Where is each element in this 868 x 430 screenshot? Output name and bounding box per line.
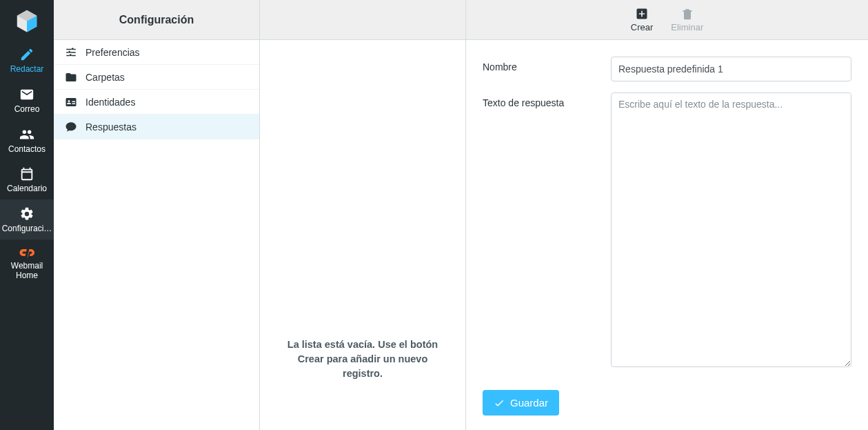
settings-sidebar: Configuración Preferencias Carpetas Iden…	[54, 0, 260, 430]
create-button-label: Crear	[631, 22, 654, 32]
settings-item-label: Preferencias	[85, 47, 140, 58]
empty-list-message: La lista está vacía. Use el botón Crear …	[279, 338, 446, 381]
check-icon	[494, 398, 505, 409]
calendar-icon	[19, 166, 34, 182]
settings-item-label: Identidades	[85, 97, 135, 108]
text-label: Texto de respuesta	[483, 92, 611, 108]
response-textarea[interactable]	[611, 92, 851, 367]
sliders-icon	[65, 46, 77, 59]
delete-button-label: Eliminar	[671, 22, 703, 32]
form-row-text: Texto de respuesta	[483, 92, 851, 369]
cpanel-icon	[19, 246, 35, 259]
settings-item-responses[interactable]: Respuestas	[54, 115, 259, 139]
settings-item-label: Carpetas	[85, 72, 125, 83]
logo	[0, 0, 54, 40]
delete-button: Eliminar	[665, 4, 709, 35]
responses-list-body: La lista está vacía. Use el botón Crear …	[260, 40, 465, 430]
responses-list-header	[260, 0, 465, 40]
settings-item-preferences[interactable]: Preferencias	[54, 40, 259, 65]
nav-compose[interactable]: Redactar	[0, 40, 54, 80]
save-button-label: Guardar	[510, 397, 548, 409]
nav-settings-label: Configuraci…	[2, 224, 52, 234]
settings-header: Configuración	[54, 0, 259, 40]
plus-square-icon	[635, 7, 649, 21]
compose-icon	[19, 47, 34, 62]
folder-icon	[65, 71, 77, 84]
create-button[interactable]: Crear	[625, 4, 659, 35]
content-body: Nombre Texto de respuesta Guardar	[466, 40, 868, 430]
responses-list-column: La lista está vacía. Use el botón Crear …	[260, 0, 466, 430]
save-button[interactable]: Guardar	[483, 390, 559, 416]
main-nav: Redactar Correo Contactos Calendario Con…	[0, 0, 54, 430]
nav-mail-label: Correo	[14, 105, 40, 115]
nav-compose-label: Redactar	[10, 65, 44, 75]
chat-icon	[65, 121, 77, 133]
nav-mail[interactable]: Correo	[0, 80, 54, 120]
nav-webmail-label: Webmail Home	[11, 262, 43, 281]
nav-calendar[interactable]: Calendario	[0, 159, 54, 199]
logo-icon	[14, 7, 40, 33]
settings-title: Configuración	[119, 14, 194, 26]
form-row-name: Nombre	[483, 57, 851, 81]
settings-item-folders[interactable]: Carpetas	[54, 65, 259, 90]
nav-contacts[interactable]: Contactos	[0, 120, 54, 160]
nav-settings[interactable]: Configuraci…	[0, 199, 54, 240]
settings-item-identities[interactable]: Identidades	[54, 90, 259, 115]
gear-icon	[19, 206, 34, 222]
name-label: Nombre	[483, 57, 611, 72]
id-card-icon	[65, 96, 77, 108]
nav-calendar-label: Calendario	[7, 184, 47, 194]
settings-list: Preferencias Carpetas Identidades Respue…	[54, 40, 259, 139]
nav-contacts-label: Contactos	[8, 145, 46, 155]
contacts-icon	[19, 127, 34, 142]
nav-webmail-home[interactable]: Webmail Home	[0, 240, 54, 286]
name-input[interactable]	[611, 57, 851, 81]
settings-item-label: Respuestas	[85, 121, 137, 133]
mail-icon	[19, 87, 34, 102]
content-toolbar: Crear Eliminar	[466, 0, 868, 40]
content-column: Crear Eliminar Nombre Texto de respuesta…	[466, 0, 868, 430]
trash-icon	[680, 7, 694, 21]
